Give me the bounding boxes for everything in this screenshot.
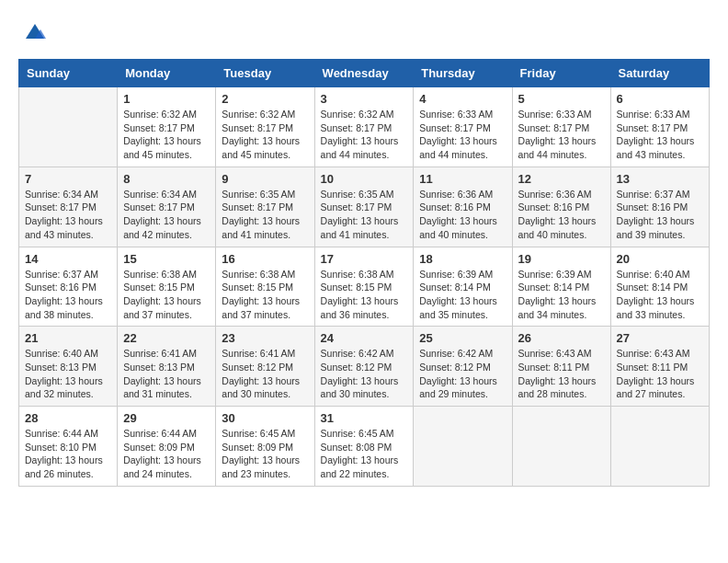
day-info: Sunrise: 6:42 AMSunset: 8:12 PMDaylight:… (321, 347, 408, 401)
day-number: 26 (518, 331, 605, 345)
day-info: Sunrise: 6:38 AMSunset: 8:15 PMDaylight:… (123, 268, 210, 322)
day-info: Sunrise: 6:45 AMSunset: 8:09 PMDaylight:… (222, 427, 308, 481)
day-number: 3 (321, 92, 408, 106)
calendar-cell: 24Sunrise: 6:42 AMSunset: 8:12 PMDayligh… (314, 327, 414, 407)
day-info: Sunrise: 6:36 AMSunset: 8:16 PMDaylight:… (419, 188, 506, 242)
calendar-cell (610, 407, 709, 487)
day-number: 15 (123, 252, 210, 266)
day-info: Sunrise: 6:37 AMSunset: 8:16 PMDaylight:… (617, 188, 703, 242)
calendar-cell: 6Sunrise: 6:33 AMSunset: 8:17 PMDaylight… (610, 87, 709, 167)
calendar-cell: 30Sunrise: 6:45 AMSunset: 8:09 PMDayligh… (216, 407, 314, 487)
day-header-sunday: Sunday (19, 60, 118, 87)
logo-icon (22, 18, 48, 44)
calendar-table: SundayMondayTuesdayWednesdayThursdayFrid… (18, 59, 710, 487)
day-info: Sunrise: 6:43 AMSunset: 8:11 PMDaylight:… (518, 347, 605, 401)
day-info: Sunrise: 6:44 AMSunset: 8:09 PMDaylight:… (123, 427, 210, 481)
day-info: Sunrise: 6:37 AMSunset: 8:16 PMDaylight:… (25, 268, 111, 322)
day-info: Sunrise: 6:34 AMSunset: 8:17 PMDaylight:… (123, 188, 210, 242)
day-info: Sunrise: 6:35 AMSunset: 8:17 PMDaylight:… (222, 188, 308, 242)
day-number: 18 (419, 252, 506, 266)
calendar-cell (512, 407, 610, 487)
day-info: Sunrise: 6:40 AMSunset: 8:13 PMDaylight:… (25, 347, 111, 401)
calendar-cell: 25Sunrise: 6:42 AMSunset: 8:12 PMDayligh… (414, 327, 512, 407)
day-info: Sunrise: 6:38 AMSunset: 8:15 PMDaylight:… (222, 268, 308, 322)
day-number: 11 (419, 172, 506, 186)
calendar-cell: 22Sunrise: 6:41 AMSunset: 8:13 PMDayligh… (118, 327, 216, 407)
calendar-cell: 15Sunrise: 6:38 AMSunset: 8:15 PMDayligh… (118, 247, 216, 327)
calendar-cell: 16Sunrise: 6:38 AMSunset: 8:15 PMDayligh… (216, 247, 314, 327)
day-number: 31 (321, 411, 408, 425)
day-number: 21 (25, 331, 111, 345)
calendar-cell: 1Sunrise: 6:32 AMSunset: 8:17 PMDaylight… (118, 87, 216, 167)
day-number: 6 (617, 92, 703, 106)
calendar-week-row: 7Sunrise: 6:34 AMSunset: 8:17 PMDaylight… (19, 167, 710, 247)
calendar-cell: 28Sunrise: 6:44 AMSunset: 8:10 PMDayligh… (19, 407, 118, 487)
day-number: 13 (617, 172, 703, 186)
day-info: Sunrise: 6:33 AMSunset: 8:17 PMDaylight:… (419, 108, 506, 162)
day-number: 10 (321, 172, 408, 186)
calendar-cell: 4Sunrise: 6:33 AMSunset: 8:17 PMDaylight… (414, 87, 512, 167)
day-info: Sunrise: 6:40 AMSunset: 8:14 PMDaylight:… (617, 268, 703, 322)
day-number: 4 (419, 92, 506, 106)
calendar-week-row: 1Sunrise: 6:32 AMSunset: 8:17 PMDaylight… (19, 87, 710, 167)
day-header-tuesday: Tuesday (216, 60, 314, 87)
calendar-cell: 20Sunrise: 6:40 AMSunset: 8:14 PMDayligh… (610, 247, 709, 327)
day-info: Sunrise: 6:38 AMSunset: 8:15 PMDaylight:… (321, 268, 408, 322)
calendar-cell: 17Sunrise: 6:38 AMSunset: 8:15 PMDayligh… (314, 247, 414, 327)
calendar-cell: 7Sunrise: 6:34 AMSunset: 8:17 PMDaylight… (19, 167, 118, 247)
calendar-cell: 23Sunrise: 6:41 AMSunset: 8:12 PMDayligh… (216, 327, 314, 407)
day-number: 17 (321, 252, 408, 266)
day-number: 12 (518, 172, 605, 186)
calendar-cell: 2Sunrise: 6:32 AMSunset: 8:17 PMDaylight… (216, 87, 314, 167)
calendar-cell: 10Sunrise: 6:35 AMSunset: 8:17 PMDayligh… (314, 167, 414, 247)
day-info: Sunrise: 6:42 AMSunset: 8:12 PMDaylight:… (419, 347, 506, 401)
day-number: 8 (123, 172, 210, 186)
day-info: Sunrise: 6:39 AMSunset: 8:14 PMDaylight:… (419, 268, 506, 322)
day-info: Sunrise: 6:39 AMSunset: 8:14 PMDaylight:… (518, 268, 605, 322)
day-header-friday: Friday (512, 60, 610, 87)
calendar-cell: 19Sunrise: 6:39 AMSunset: 8:14 PMDayligh… (512, 247, 610, 327)
calendar-cell (19, 87, 118, 167)
calendar-week-row: 28Sunrise: 6:44 AMSunset: 8:10 PMDayligh… (19, 407, 710, 487)
day-header-saturday: Saturday (610, 60, 709, 87)
calendar-cell: 5Sunrise: 6:33 AMSunset: 8:17 PMDaylight… (512, 87, 610, 167)
day-info: Sunrise: 6:45 AMSunset: 8:08 PMDaylight:… (321, 427, 408, 481)
calendar-cell: 27Sunrise: 6:43 AMSunset: 8:11 PMDayligh… (610, 327, 709, 407)
day-number: 22 (123, 331, 210, 345)
calendar-cell: 9Sunrise: 6:35 AMSunset: 8:17 PMDaylight… (216, 167, 314, 247)
calendar-cell: 12Sunrise: 6:36 AMSunset: 8:16 PMDayligh… (512, 167, 610, 247)
day-info: Sunrise: 6:33 AMSunset: 8:17 PMDaylight:… (518, 108, 605, 162)
day-header-monday: Monday (118, 60, 216, 87)
calendar-week-row: 14Sunrise: 6:37 AMSunset: 8:16 PMDayligh… (19, 247, 710, 327)
calendar-cell: 13Sunrise: 6:37 AMSunset: 8:16 PMDayligh… (610, 167, 709, 247)
day-info: Sunrise: 6:32 AMSunset: 8:17 PMDaylight:… (222, 108, 308, 162)
calendar-cell: 18Sunrise: 6:39 AMSunset: 8:14 PMDayligh… (414, 247, 512, 327)
day-info: Sunrise: 6:44 AMSunset: 8:10 PMDaylight:… (25, 427, 111, 481)
day-number: 14 (25, 252, 111, 266)
day-header-wednesday: Wednesday (314, 60, 414, 87)
day-info: Sunrise: 6:35 AMSunset: 8:17 PMDaylight:… (321, 188, 408, 242)
day-number: 19 (518, 252, 605, 266)
calendar-cell: 11Sunrise: 6:36 AMSunset: 8:16 PMDayligh… (414, 167, 512, 247)
day-number: 28 (25, 411, 111, 425)
day-info: Sunrise: 6:41 AMSunset: 8:13 PMDaylight:… (123, 347, 210, 401)
day-number: 5 (518, 92, 605, 106)
calendar-cell: 14Sunrise: 6:37 AMSunset: 8:16 PMDayligh… (19, 247, 118, 327)
day-info: Sunrise: 6:36 AMSunset: 8:16 PMDaylight:… (518, 188, 605, 242)
day-number: 20 (617, 252, 703, 266)
calendar-cell: 31Sunrise: 6:45 AMSunset: 8:08 PMDayligh… (314, 407, 414, 487)
day-info: Sunrise: 6:33 AMSunset: 8:17 PMDaylight:… (617, 108, 703, 162)
day-info: Sunrise: 6:41 AMSunset: 8:12 PMDaylight:… (222, 347, 308, 401)
day-number: 16 (222, 252, 308, 266)
day-info: Sunrise: 6:43 AMSunset: 8:11 PMDaylight:… (617, 347, 703, 401)
day-number: 25 (419, 331, 506, 345)
day-number: 27 (617, 331, 703, 345)
calendar-cell (414, 407, 512, 487)
day-number: 29 (123, 411, 210, 425)
day-info: Sunrise: 6:32 AMSunset: 8:17 PMDaylight:… (321, 108, 408, 162)
day-number: 23 (222, 331, 308, 345)
calendar-cell: 29Sunrise: 6:44 AMSunset: 8:09 PMDayligh… (118, 407, 216, 487)
day-header-thursday: Thursday (414, 60, 512, 87)
day-number: 7 (25, 172, 111, 186)
calendar-week-row: 21Sunrise: 6:40 AMSunset: 8:13 PMDayligh… (19, 327, 710, 407)
